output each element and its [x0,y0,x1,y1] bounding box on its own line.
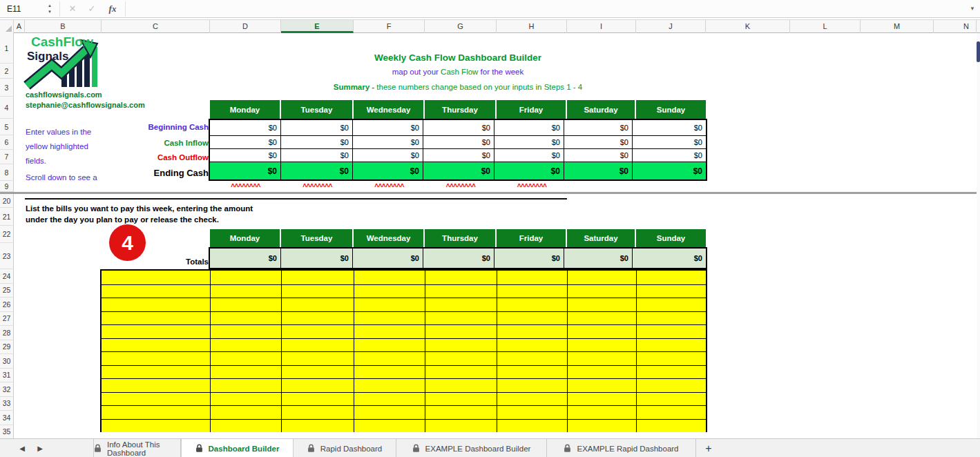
bill-input-cell[interactable] [102,419,210,433]
tab-scroll-left-icon[interactable]: ◀ [15,439,29,457]
bill-input-cell[interactable] [567,392,636,406]
bill-input-cell[interactable] [210,324,281,338]
bill-input-cell[interactable] [354,338,425,352]
toolbar-dropdown-icon[interactable]: ▼ [970,0,975,18]
pane-split-divider[interactable] [0,192,980,194]
bill-input-cell[interactable] [497,378,567,392]
confirm-icon[interactable]: ✓ [84,0,99,18]
sheet-tab-dashboard-builder[interactable]: Dashboard Builder [181,439,294,457]
day-header-sunday[interactable]: Sunday [636,100,706,119]
row-header-24[interactable]: 24 [0,269,14,284]
bill-input-cell[interactable] [354,405,425,419]
day-header-saturday[interactable]: Saturday [567,100,636,119]
row-header-5[interactable]: 5 [0,119,14,135]
bill-input-cell[interactable] [102,338,210,352]
bill-input-cell[interactable] [636,324,706,338]
totals-value-cell[interactable]: $0 [210,249,280,268]
bill-input-cell[interactable] [281,365,354,379]
totals-value-cell[interactable]: $0 [280,249,352,268]
bill-input-cell[interactable] [567,311,636,325]
ending-cash-cell[interactable]: $0 [423,162,494,179]
column-header-C[interactable]: C [102,20,210,33]
bill-input-cell[interactable] [497,324,567,338]
row-header-3[interactable]: 3 [0,79,14,97]
bill-input-cell[interactable] [567,365,636,379]
summary-value-cell[interactable]: $0 [352,120,423,135]
column-header-D[interactable]: D [210,20,281,33]
day-header-sunday[interactable]: Sunday [636,229,706,247]
bill-input-cell[interactable] [497,284,567,298]
select-all-corner[interactable] [0,20,14,33]
bill-input-cell[interactable] [281,405,354,419]
add-sheet-button[interactable]: + [699,439,718,457]
bill-input-cell[interactable] [281,419,354,433]
bill-input-cell[interactable] [102,365,210,379]
row-header-8[interactable]: 8 [0,164,14,181]
row-header-22[interactable]: 22 [0,226,14,243]
bill-input-cell[interactable] [354,351,425,365]
column-header-B[interactable]: B [25,20,102,33]
bill-input-cell[interactable] [567,378,636,392]
day-header-friday[interactable]: Friday [497,100,567,119]
bill-input-cell[interactable] [102,405,210,419]
sheet-tab-example-dashboard-builder[interactable]: EXAMPLE Dashboard Builder [396,439,547,457]
row-header-6[interactable]: 6 [0,135,14,150]
bill-input-cell[interactable] [497,365,567,379]
day-header-monday[interactable]: Monday [210,229,281,247]
bill-input-cell[interactable] [636,365,706,379]
ending-cash-cell[interactable]: $0 [210,162,280,179]
summary-value-cell[interactable]: $0 [423,120,494,135]
ending-cash-cell[interactable]: $0 [352,162,423,179]
bill-input-cell[interactable] [354,271,425,284]
day-header-tuesday[interactable]: Tuesday [281,229,354,247]
row-header-35[interactable]: 35 [0,425,14,439]
bill-input-cell[interactable] [210,284,281,298]
bill-input-cell[interactable] [567,338,636,352]
totals-value-cell[interactable]: $0 [423,249,494,268]
summary-value-cell[interactable]: $0 [494,135,564,148]
name-box-stepper-icon[interactable]: ▲▼ [44,3,55,15]
ending-cash-cell[interactable]: $0 [280,162,352,179]
bill-input-cell[interactable] [354,392,425,406]
bill-input-cell[interactable] [636,392,706,406]
email-link[interactable]: stephanie@cashflowsignals.com [26,101,145,109]
day-header-saturday[interactable]: Saturday [567,229,636,247]
bill-input-cell[interactable] [210,405,281,419]
bill-input-cell[interactable] [425,365,497,379]
summary-value-cell[interactable]: $0 [352,135,423,148]
ending-cash-cell[interactable]: $0 [632,162,706,179]
row-header-29[interactable]: 29 [0,340,14,355]
row-header-9[interactable]: 9 [0,181,14,192]
summary-value-cell[interactable]: $0 [280,148,352,162]
bill-input-cell[interactable] [210,271,281,284]
bill-input-cell[interactable] [497,419,567,433]
summary-value-cell[interactable]: $0 [423,148,494,162]
bill-input-cell[interactable] [281,311,354,325]
bill-input-cell[interactable] [281,324,354,338]
bill-input-cell[interactable] [567,271,636,284]
bill-input-cell[interactable] [497,392,567,406]
bill-input-cell[interactable] [102,392,210,406]
bill-input-cell[interactable] [354,419,425,433]
bill-input-cell[interactable] [636,405,706,419]
bill-input-cell[interactable] [425,298,497,311]
summary-value-cell[interactable]: $0 [423,135,494,148]
bill-input-cell[interactable] [210,298,281,311]
bill-input-cell[interactable] [425,338,497,352]
summary-value-cell[interactable]: $0 [352,148,423,162]
bill-input-cell[interactable] [567,351,636,365]
summary-value-cell[interactable]: $0 [210,120,280,135]
bill-input-cell[interactable] [567,284,636,298]
row-header-20[interactable]: 20 [0,194,14,208]
totals-value-cell[interactable]: $0 [494,249,564,268]
row-header-31[interactable]: 31 [0,369,14,383]
row-header-2[interactable]: 2 [0,64,14,79]
row-header-32[interactable]: 32 [0,382,14,397]
column-header-N[interactable]: N [934,20,977,33]
bill-input-cell[interactable] [102,324,210,338]
bill-input-cell[interactable] [102,311,210,325]
row-header-1[interactable]: 1 [0,33,14,64]
bill-input-cell[interactable] [281,351,354,365]
summary-value-cell[interactable]: $0 [494,120,564,135]
summary-value-cell[interactable]: $0 [280,135,352,148]
